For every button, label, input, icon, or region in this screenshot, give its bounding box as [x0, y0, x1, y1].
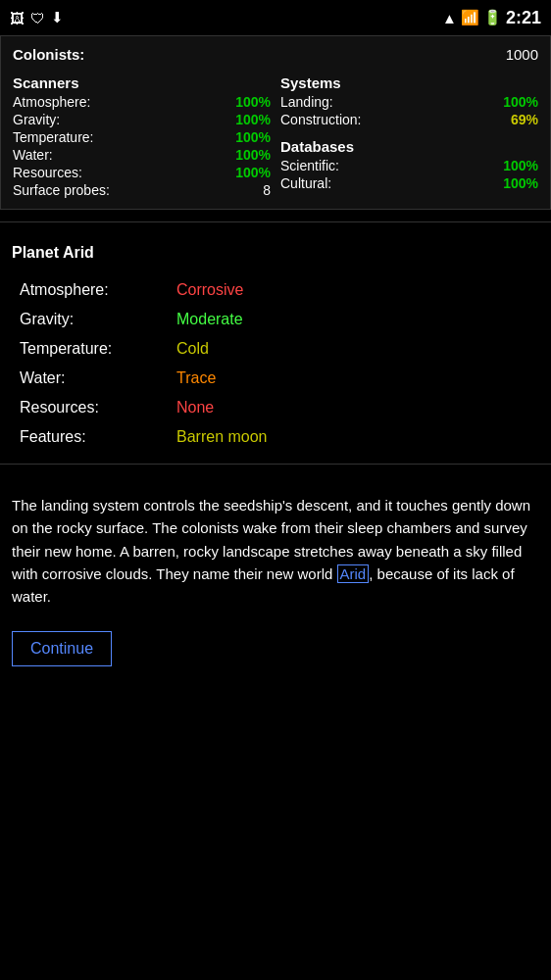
gravity-label: Gravity: [13, 112, 60, 127]
construction-value: 69% [511, 112, 538, 127]
colonists-value: 1000 [506, 46, 538, 63]
continue-button[interactable]: Continue [12, 631, 112, 666]
planet-resources-value: None [176, 399, 214, 416]
planet-features-row: Features: Barren moon [12, 422, 539, 452]
planet-water-row: Water: Trace [12, 364, 539, 393]
battery-icon: 🔋 [483, 9, 502, 26]
stat-cultural: Cultural: 100% [280, 174, 538, 192]
stats-grid: Scanners Atmosphere: 100% Gravity: 100% … [13, 71, 538, 199]
continue-section: Continue [0, 617, 551, 686]
scanners-col: Scanners Atmosphere: 100% Gravity: 100% … [13, 71, 271, 199]
systems-title: Systems [280, 74, 538, 91]
landing-value: 100% [503, 94, 538, 110]
cultural-label: Cultural: [280, 175, 331, 191]
shield-icon: 🛡 [30, 10, 45, 26]
planet-temperature-row: Temperature: Cold [12, 334, 539, 364]
stat-atmosphere: Atmosphere: 100% [13, 93, 271, 111]
planet-features-label: Features: [20, 428, 176, 446]
atmosphere-value: 100% [235, 94, 271, 110]
scientific-value: 100% [503, 158, 538, 173]
stat-water: Water: 100% [13, 146, 271, 164]
planet-water-value: Trace [176, 369, 216, 387]
planet-name: Arid [63, 244, 94, 261]
resources-value: 100% [235, 165, 271, 180]
status-bar: 🖼 🛡 ⬇ ▲ 📶 🔋 2:21 [0, 0, 551, 35]
systems-col: Systems Landing: 100% Construction: 69% … [280, 71, 538, 199]
colonists-label: Colonists: [13, 46, 84, 63]
planet-resources-label: Resources: [20, 399, 176, 416]
temperature-value: 100% [235, 129, 271, 145]
download-icon: ⬇ [51, 9, 64, 26]
image-icon: 🖼 [10, 10, 25, 26]
planet-resources-row: Resources: None [12, 393, 539, 422]
resources-label: Resources: [13, 165, 82, 180]
planet-title: Planet Arid [12, 244, 539, 262]
planet-section: Planet Arid Atmosphere: Corrosive Gravit… [0, 234, 551, 452]
planet-features-value: Barren moon [176, 428, 268, 446]
divider-1 [0, 221, 551, 222]
planet-gravity-label: Gravity: [20, 311, 176, 328]
signal-icon: 📶 [461, 9, 479, 26]
stat-temperature: Temperature: 100% [13, 128, 271, 146]
cultural-value: 100% [503, 175, 538, 191]
stat-construction: Construction: 69% [280, 111, 538, 128]
info-panel: Colonists: 1000 Scanners Atmosphere: 100… [0, 35, 551, 210]
planet-description: The landing system controls the seedship… [0, 476, 551, 617]
planet-atmosphere-label: Atmosphere: [20, 281, 176, 299]
stat-scientific: Scientific: 100% [280, 157, 538, 174]
stat-resources: Resources: 100% [13, 164, 271, 181]
databases-title: Databases [280, 138, 538, 155]
planet-prefix: Planet [12, 244, 63, 261]
colonists-row: Colonists: 1000 [13, 46, 538, 63]
surface-probes-label: Surface probes: [13, 182, 110, 198]
landing-label: Landing: [280, 94, 333, 110]
planet-gravity-row: Gravity: Moderate [12, 305, 539, 334]
planet-gravity-value: Moderate [176, 311, 243, 328]
planet-temperature-label: Temperature: [20, 340, 176, 358]
wifi-icon: ▲ [442, 10, 457, 26]
construction-label: Construction: [280, 112, 361, 127]
status-icons-right: ▲ 📶 🔋 2:21 [442, 8, 541, 28]
clock: 2:21 [506, 8, 541, 28]
planet-link[interactable]: Arid [337, 564, 370, 583]
water-value: 100% [235, 147, 271, 163]
stat-surface-probes: Surface probes: 8 [13, 181, 271, 199]
surface-probes-value: 8 [263, 182, 271, 198]
stat-landing: Landing: 100% [280, 93, 538, 111]
atmosphere-label: Atmosphere: [13, 94, 90, 110]
planet-temperature-value: Cold [176, 340, 209, 358]
planet-atmosphere-value: Corrosive [176, 281, 243, 299]
gravity-value: 100% [235, 112, 271, 127]
planet-atmosphere-row: Atmosphere: Corrosive [12, 275, 539, 305]
scanners-title: Scanners [13, 74, 271, 91]
status-icons-left: 🖼 🛡 ⬇ [10, 9, 64, 26]
divider-2 [0, 464, 551, 465]
scientific-label: Scientific: [280, 158, 339, 173]
water-label: Water: [13, 147, 53, 163]
planet-water-label: Water: [20, 369, 176, 387]
stat-gravity: Gravity: 100% [13, 111, 271, 128]
temperature-label: Temperature: [13, 129, 93, 145]
